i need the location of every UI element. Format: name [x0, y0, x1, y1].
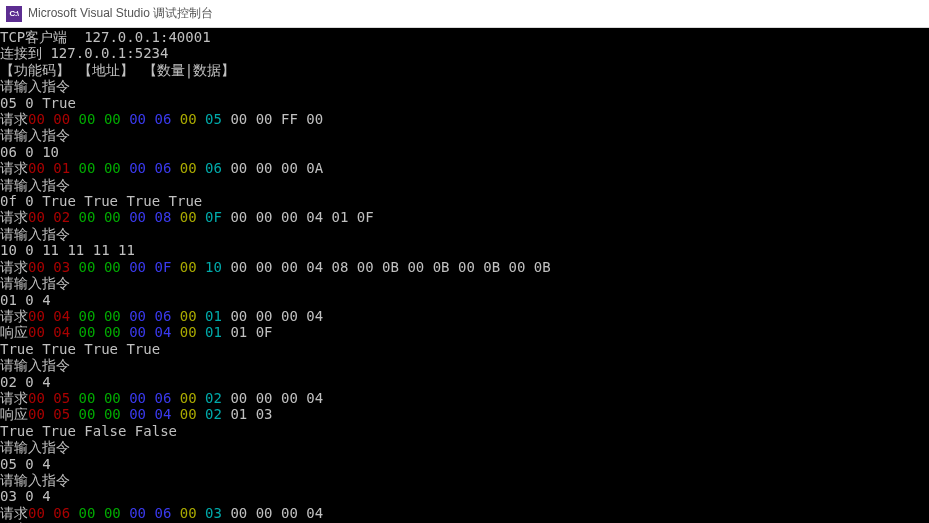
console-line: 03 0 4 — [0, 488, 929, 504]
console-line: 请输入指令 — [0, 127, 929, 143]
pkt-rest: 00 00 00 04 — [230, 505, 323, 521]
console-line: 请输入指令 — [0, 357, 929, 373]
console-text: 05 0 4 — [0, 456, 51, 472]
pkt-sep — [197, 111, 205, 127]
console-text: 06 0 10 — [0, 144, 59, 160]
pkt-fn: 01 — [205, 308, 222, 324]
pkt-fn: 05 — [205, 111, 222, 127]
pkt-fn: 01 — [205, 324, 222, 340]
console-text: 请输入指令 — [0, 177, 70, 193]
console-line: 请输入指令 — [0, 275, 929, 291]
console-line: 请求00 00 00 00 00 06 00 05 00 00 FF 00 — [0, 111, 929, 127]
pkt-rest: 00 00 00 04 — [230, 308, 323, 324]
pkt-rest: 00 00 00 04 01 0F — [230, 209, 373, 225]
console-text: 0f 0 True True True True — [0, 193, 202, 209]
console-line: True True False False — [0, 423, 929, 439]
pkt-sep — [171, 406, 179, 422]
pkt-rest: 01 0F — [230, 324, 272, 340]
pkt-len: 00 06 — [129, 505, 171, 521]
pkt-proto: 00 00 — [79, 505, 121, 521]
window-titlebar[interactable]: C:\ Microsoft Visual Studio 调试控制台 — [0, 0, 929, 28]
pkt-len: 00 06 — [129, 160, 171, 176]
pkt-proto: 00 00 — [79, 259, 121, 275]
pkt-sep — [70, 390, 78, 406]
console-line: 01 0 4 — [0, 292, 929, 308]
pkt-fn: 03 — [205, 505, 222, 521]
console-text: 02 0 4 — [0, 374, 51, 390]
pkt-sep — [70, 308, 78, 324]
pkt-proto: 00 00 — [79, 324, 121, 340]
pkt-sep — [197, 209, 205, 225]
console-line: 0f 0 True True True True — [0, 193, 929, 209]
pkt-fn: 02 — [205, 390, 222, 406]
pkt-sep — [70, 209, 78, 225]
window-title: Microsoft Visual Studio 调试控制台 — [28, 5, 213, 22]
pkt-trans: 00 00 — [28, 111, 70, 127]
pkt-proto: 00 00 — [79, 390, 121, 406]
console-line: 请求00 03 00 00 00 0F 00 10 00 00 00 04 08… — [0, 259, 929, 275]
pkt-sep — [70, 160, 78, 176]
console-output: TCP客户端 127.0.0.1:40001连接到 127.0.0.1:5234… — [0, 28, 929, 523]
pkt-rest: 00 00 00 04 — [230, 390, 323, 406]
pkt-proto: 00 00 — [79, 406, 121, 422]
pkt-trans: 00 04 — [28, 324, 70, 340]
console-text: 请输入指令 — [0, 472, 70, 488]
pkt-label: 请求 — [0, 209, 28, 225]
pkt-rest: 01 03 — [230, 406, 272, 422]
pkt-sep — [70, 324, 78, 340]
pkt-sep — [197, 390, 205, 406]
console-text: 请输入指令 — [0, 127, 70, 143]
console-line: 05 0 True — [0, 95, 929, 111]
console-line: TCP客户端 127.0.0.1:40001 — [0, 29, 929, 45]
console-line: 连接到 127.0.0.1:5234 — [0, 45, 929, 61]
pkt-sep — [121, 406, 129, 422]
pkt-unit: 00 — [180, 324, 197, 340]
console-text: 【功能码】 【地址】 【数量|数据】 — [0, 62, 235, 78]
pkt-unit: 00 — [180, 406, 197, 422]
console-text: 请输入指令 — [0, 357, 70, 373]
pkt-sep — [121, 111, 129, 127]
pkt-trans: 00 04 — [28, 308, 70, 324]
console-line: 请输入指令 — [0, 439, 929, 455]
pkt-sep — [121, 324, 129, 340]
pkt-len: 00 06 — [129, 390, 171, 406]
pkt-label: 请求 — [0, 111, 28, 127]
console-text: TCP客户端 127.0.0.1:40001 — [0, 29, 211, 45]
pkt-rest: 00 00 00 04 08 00 0B 00 0B 00 0B 00 0B — [230, 259, 550, 275]
pkt-sep — [171, 111, 179, 127]
pkt-trans: 00 05 — [28, 390, 70, 406]
pkt-proto: 00 00 — [79, 209, 121, 225]
pkt-unit: 00 — [180, 259, 197, 275]
pkt-sep — [197, 160, 205, 176]
pkt-sep — [70, 111, 78, 127]
pkt-sep — [121, 308, 129, 324]
pkt-sep — [121, 505, 129, 521]
pkt-sep — [171, 259, 179, 275]
pkt-sep — [171, 308, 179, 324]
console-text: 03 0 4 — [0, 488, 51, 504]
console-line: True True True True — [0, 341, 929, 357]
pkt-sep — [121, 390, 129, 406]
pkt-len: 00 04 — [129, 406, 171, 422]
console-text: 请输入指令 — [0, 78, 70, 94]
console-line: 请求00 02 00 00 00 08 00 0F 00 00 00 04 01… — [0, 209, 929, 225]
console-line: 请输入指令 — [0, 226, 929, 242]
console-line: 请输入指令 — [0, 78, 929, 94]
pkt-proto: 00 00 — [79, 160, 121, 176]
pkt-label: 请求 — [0, 308, 28, 324]
pkt-unit: 00 — [180, 160, 197, 176]
pkt-trans: 00 03 — [28, 259, 70, 275]
pkt-unit: 00 — [180, 308, 197, 324]
pkt-unit: 00 — [180, 209, 197, 225]
console-line: 请求00 05 00 00 00 06 00 02 00 00 00 04 — [0, 390, 929, 406]
console-text: 请输入指令 — [0, 439, 70, 455]
console-line: 02 0 4 — [0, 374, 929, 390]
pkt-sep — [121, 209, 129, 225]
console-line: 响应00 05 00 00 00 04 00 02 01 03 — [0, 406, 929, 422]
pkt-sep — [70, 259, 78, 275]
console-line: 【功能码】 【地址】 【数量|数据】 — [0, 62, 929, 78]
pkt-label: 请求 — [0, 259, 28, 275]
console-line: 请输入指令 — [0, 177, 929, 193]
console-text: 05 0 True — [0, 95, 76, 111]
pkt-sep — [171, 160, 179, 176]
